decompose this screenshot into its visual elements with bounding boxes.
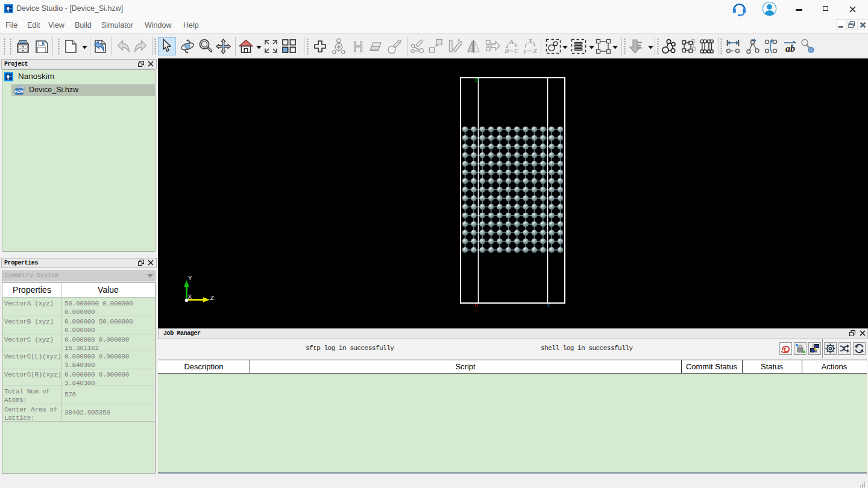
svg-text:X: X bbox=[527, 38, 533, 45]
svg-text:H: H bbox=[353, 40, 363, 54]
svg-text:Z: Z bbox=[533, 47, 537, 54]
svg-text:c: c bbox=[547, 302, 551, 309]
svg-text:b: b bbox=[475, 77, 479, 84]
svg-text:Y: Y bbox=[188, 275, 192, 282]
svg-text:Z: Z bbox=[210, 295, 215, 302]
svg-text:X: X bbox=[188, 293, 192, 301]
svg-text:C: C bbox=[514, 47, 519, 54]
svg-text:y: y bbox=[523, 47, 527, 54]
svg-text:o: o bbox=[474, 302, 478, 309]
svg-text:A: A bbox=[509, 38, 514, 45]
svg-text:HZW: HZW bbox=[15, 89, 24, 93]
svg-text:ab: ab bbox=[785, 43, 795, 54]
